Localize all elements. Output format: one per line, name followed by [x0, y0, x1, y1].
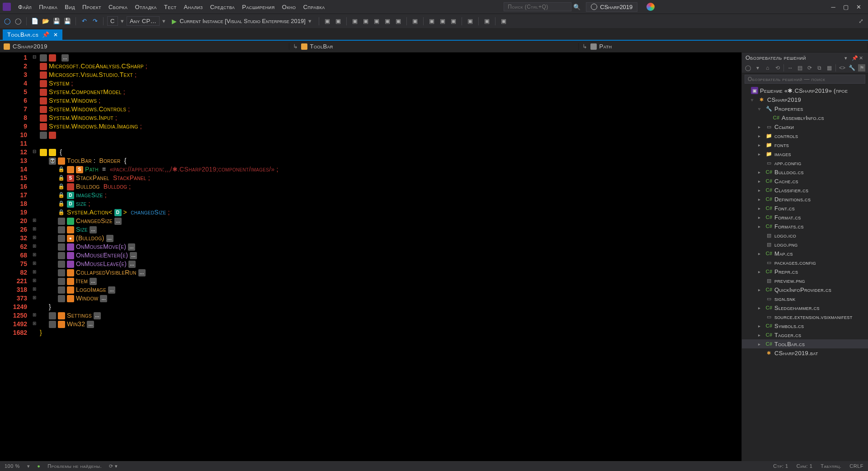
code-line[interactable]: CollapsedVisibleRun… [40, 268, 740, 277]
tree-arrow-icon[interactable]: ▿ [758, 106, 764, 111]
code-line[interactable]: OnMouseEnter(e)… [40, 251, 740, 260]
search-icon[interactable]: 🔍 [573, 3, 580, 10]
menu-Средства[interactable]: Средства [207, 2, 239, 12]
code-line[interactable]: Size… [40, 225, 740, 234]
tree-arrow-icon[interactable]: ▸ [758, 287, 764, 292]
tree-arrow-icon[interactable]: ▸ [758, 179, 764, 184]
save-all-button[interactable]: 💾 [63, 17, 72, 26]
tree-arrow-icon[interactable]: ▸ [758, 251, 764, 256]
close-button[interactable]: ✕ [855, 4, 862, 10]
tree-arrow-icon[interactable]: ▸ [758, 224, 764, 229]
redo-button[interactable]: ↷ [90, 17, 99, 26]
fold-toggle[interactable]: ⊞ [31, 224, 38, 233]
tree-item[interactable]: ▭app.config [742, 158, 868, 167]
fold-toggle[interactable]: ⊞ [31, 250, 38, 259]
panel-pin-icon[interactable]: 📌 [852, 55, 857, 61]
tree-item[interactable]: ▸C#Format.cs [742, 213, 868, 222]
tree-arrow-icon[interactable]: ▸ [758, 269, 764, 274]
tree-item[interactable]: ▸📁controls [742, 131, 868, 140]
fold-toggle[interactable]: ⊞ [31, 233, 38, 242]
menu-Проект[interactable]: Проект [79, 2, 105, 12]
tree-item[interactable]: ▧logo.png [742, 240, 868, 249]
sol-home2-icon[interactable]: ⌂ [764, 64, 771, 71]
tree-arrow-icon[interactable]: ▸ [758, 342, 764, 347]
fold-toggle[interactable]: ⊞ [31, 242, 38, 250]
sol-code-icon[interactable]: <> [839, 64, 846, 71]
menu-Отладка[interactable]: Отладка [131, 2, 160, 12]
code-line[interactable] [40, 139, 740, 148]
code-line[interactable]: … [40, 53, 740, 62]
sol-sync-icon[interactable]: ⟲ [774, 64, 781, 71]
toolbar-btn-1[interactable]: ▣ [323, 17, 332, 26]
code-line[interactable]: System; [40, 79, 740, 88]
toolbar-btn-8[interactable]: ▣ [410, 17, 420, 26]
fold-toggle[interactable]: ⊞ [31, 293, 38, 302]
minimize-button[interactable]: ─ [830, 4, 836, 10]
code-line[interactable]: System.Windows; [40, 96, 740, 105]
status-crlf[interactable]: CRLF [849, 463, 863, 469]
config-dropdown[interactable]: C [107, 16, 118, 26]
code-line[interactable]: Microsoft.VisualStudio.Text; [40, 71, 740, 79]
run-button[interactable]: ▶ Current Instance [Visual Studio Enterp… [168, 17, 315, 26]
toolbar-btn-6[interactable]: ▣ [383, 17, 392, 26]
toolbar-btn-3[interactable]: ▣ [350, 17, 359, 26]
fold-toggle[interactable]: ⊞ [31, 259, 38, 267]
status-zoom[interactable]: 100 % [5, 463, 20, 469]
tree-item[interactable]: ▭sign.snk [742, 294, 868, 303]
tree-arrow-icon[interactable]: ▸ [758, 133, 764, 138]
toolbar-btn-2[interactable]: ▣ [334, 17, 343, 26]
code-line[interactable]: 🔒DimageSize; [40, 191, 740, 200]
fold-toggle[interactable]: ⊞ [31, 216, 38, 224]
sol-copy-icon[interactable]: ⧉ [816, 64, 823, 71]
code-line[interactable]: System.Windows.Media.Imaging; [40, 122, 740, 131]
tree-item[interactable]: ▸C#Definitions.cs [742, 195, 868, 204]
tree-item[interactable]: ▧logo.ico [742, 231, 868, 240]
toolbar-btn-10[interactable]: ▣ [438, 17, 447, 26]
fold-toggle[interactable]: ⊞ [31, 285, 38, 293]
code-line[interactable]: ●(Bulldog)… [40, 234, 740, 243]
back-button[interactable]: ◯ [3, 17, 12, 26]
tab-toolbar-cs[interactable]: ToolBar.cs 📌 ✕ [3, 29, 62, 40]
code-line[interactable]: 🔒SPath = «pack://application:,,,/✱.CShar… [40, 165, 740, 174]
solution-tree[interactable]: ▣Решение «✱.CSharp2019» (прое▿✱CSharp201… [742, 85, 868, 461]
tree-arrow-icon[interactable]: ▸ [758, 197, 764, 202]
code-line[interactable]: 🔒Bulldog Bulldog; [40, 182, 740, 191]
toolbar-live-share[interactable]: ⤢ [856, 17, 865, 26]
tree-arrow-icon[interactable]: ▸ [758, 188, 764, 193]
sol-flag-icon[interactable]: ⚑ [858, 64, 865, 71]
status-tabs[interactable]: Табуляц. [821, 463, 841, 469]
fold-toggle[interactable]: ⊞ [31, 267, 38, 276]
tree-arrow-icon[interactable]: ▿ [751, 97, 756, 102]
tree-item[interactable]: ▭source.extension.vsixmanifest [742, 312, 868, 321]
toolbar-btn-5[interactable]: ▣ [372, 17, 381, 26]
menu-Тест[interactable]: Тест [160, 2, 180, 12]
new-project-button[interactable]: 📄 [30, 17, 39, 26]
tree-item[interactable]: ▭packages.config [742, 258, 868, 267]
save-button[interactable]: 💾 [52, 17, 61, 26]
maximize-button[interactable]: ▢ [843, 4, 849, 10]
tree-item[interactable]: ▸C#QuickInfoProvider.cs [742, 285, 868, 294]
code-line[interactable]: System.ComponentModel; [40, 88, 740, 96]
menu-Сборка[interactable]: Сборка [105, 2, 131, 12]
code-line[interactable] [40, 131, 740, 139]
code-line[interactable]: LogoImage… [40, 285, 740, 294]
panel-dropdown-icon[interactable]: ▾ [844, 55, 850, 61]
toolbar-btn-11[interactable]: ▣ [449, 17, 458, 26]
tree-item[interactable]: ▿🔧Properties [742, 104, 868, 113]
code-line[interactable]: Settings… [40, 311, 740, 320]
code-line[interactable]: OnMouseLeave(e)… [40, 260, 740, 268]
code-line[interactable]: 🔒Dsize; [40, 200, 740, 208]
menu-Расширения[interactable]: Расширения [239, 2, 278, 12]
sol-wrench-icon[interactable]: 🔧 [849, 64, 856, 71]
code-line[interactable]: System.Windows.Controls; [40, 105, 740, 114]
solution-search-input[interactable] [745, 75, 865, 84]
fold-toggle[interactable]: ⊞ [31, 319, 38, 328]
tree-item[interactable]: ▸▭Ссылки [742, 122, 868, 131]
tree-item[interactable]: ▧preview.png [742, 276, 868, 285]
forward-button[interactable]: ◯ [14, 17, 23, 26]
nav-project[interactable]: CSharp2019 [0, 43, 289, 50]
toolbar-btn-14[interactable]: ▣ [499, 17, 508, 26]
code-line[interactable]: } [40, 328, 740, 337]
search-input[interactable] [504, 2, 571, 11]
fold-toggle[interactable]: ⊞ [31, 276, 38, 285]
